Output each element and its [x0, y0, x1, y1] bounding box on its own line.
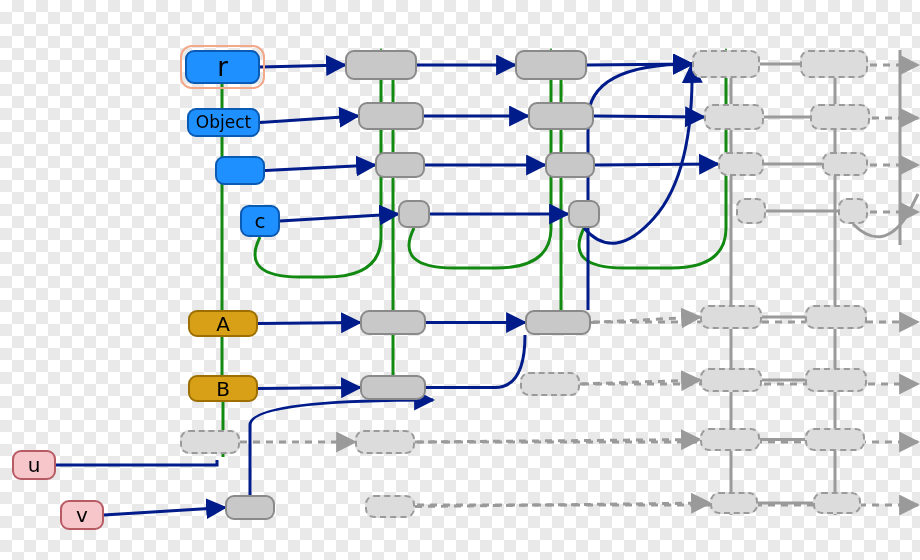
node-label-c: c: [255, 211, 266, 231]
green-loop-2: [579, 50, 726, 268]
node-g2c: [398, 200, 430, 228]
edge-Object-g2o: [260, 116, 358, 123]
node-blankB: [215, 156, 265, 185]
node-Object: Object: [187, 108, 260, 137]
node-label-r: r: [217, 54, 228, 80]
node-gh4A: [700, 305, 762, 329]
node-gh_v2: [365, 495, 415, 518]
node-r: r: [185, 50, 260, 84]
node-label-v: v: [76, 505, 88, 525]
node-gh4u: [700, 428, 760, 451]
edge-g3c-loop-gh4r: [584, 64, 692, 243]
node-g2r: [345, 50, 417, 80]
edge-blankB-g2b: [265, 165, 375, 171]
node-gh5o: [810, 104, 870, 130]
edge-B-g2B: [258, 388, 360, 389]
node-gh4B: [700, 368, 762, 392]
node-gh4b: [718, 152, 764, 176]
node-label-B: B: [216, 379, 230, 399]
edge-u-drop: [56, 460, 217, 465]
edge-g3b-gh4b: [595, 164, 718, 165]
node-gh5A: [805, 305, 867, 329]
node-gh_u2: [355, 430, 415, 454]
node-gh5b: [822, 152, 868, 176]
node-gh5c: [838, 198, 868, 224]
node-g2A: [360, 310, 426, 335]
node-gh4r: [692, 50, 760, 78]
green-loop-0: [255, 50, 381, 277]
node-label-Object: Object: [196, 114, 251, 131]
edge-A-g2A: [258, 323, 360, 324]
node-u: u: [12, 450, 56, 480]
node-label-A: A: [216, 314, 230, 334]
node-gh4v: [710, 492, 758, 514]
edge-g2B-toward-g3A: [426, 335, 525, 388]
node-A: A: [188, 310, 258, 337]
node-g2b: [375, 152, 425, 178]
node-gh_B3: [520, 372, 580, 396]
node-B: B: [188, 375, 258, 402]
diagram-canvas: rObjectcABuv: [0, 0, 920, 560]
node-gh5v: [813, 492, 861, 514]
node-gh4c: [736, 198, 766, 224]
node-label-u: u: [28, 455, 41, 475]
node-g3r: [515, 50, 587, 80]
edge-r-g2r: [260, 65, 345, 67]
edge-g3o-gh4o: [594, 116, 704, 117]
green-loop-1: [409, 50, 551, 268]
node-g3b: [545, 152, 595, 178]
edge-v-g2v: [104, 508, 225, 516]
node-g2o: [358, 102, 424, 130]
edge-g3A-up-gh4: [588, 64, 692, 310]
node-gh4o: [704, 104, 764, 130]
node-gh5r: [800, 50, 868, 78]
node-gh5B: [805, 368, 867, 392]
node-gh_u1: [180, 430, 240, 454]
node-c: c: [240, 205, 280, 237]
node-g3c: [568, 200, 600, 228]
node-g3A: [525, 310, 591, 335]
node-g3o: [528, 102, 594, 130]
node-g2B: [360, 375, 426, 400]
edge-layer: [0, 0, 920, 560]
node-gh5u: [805, 428, 865, 451]
node-g2v: [225, 495, 275, 520]
node-v: v: [60, 500, 104, 530]
